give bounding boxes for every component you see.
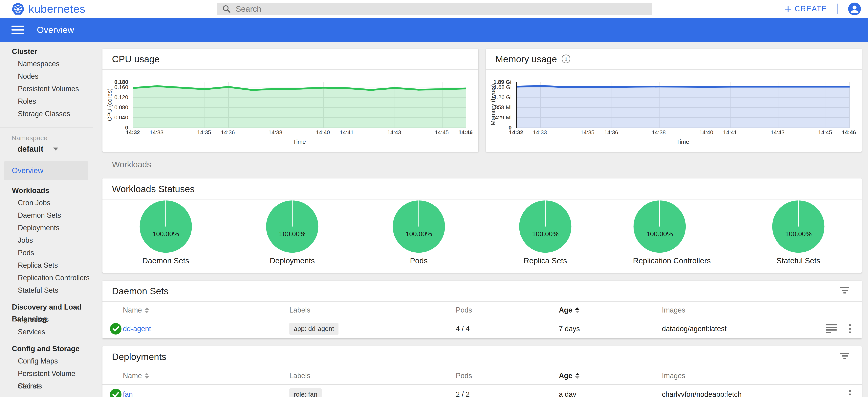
pie-replica-sets: 100.00% Replica Sets: [519, 200, 572, 265]
sidebar-item-stateful-sets[interactable]: Stateful Sets: [0, 284, 93, 296]
column-header-pods: Pods: [456, 372, 559, 380]
cpu-usage-card: CPU usage CPU (cores) 00.0400.0800.1200.…: [102, 49, 478, 152]
sidebar-item-persistent-volume-claims[interactable]: Persistent Volume Claims: [0, 367, 93, 380]
user-avatar-button[interactable]: [848, 3, 861, 15]
info-icon[interactable]: i: [562, 55, 570, 63]
chevron-down-icon: [53, 147, 58, 150]
sort-arrows-icon[interactable]: [575, 307, 580, 313]
row-menu-icon[interactable]: [848, 389, 852, 397]
workloads-section-label: Workloads: [102, 160, 862, 170]
sidebar-item-jobs[interactable]: Jobs: [0, 234, 93, 247]
daemon-sets-card: Daemon Sets Name Labels Pods Age Images: [102, 281, 862, 338]
images-cell: datadog/agent:latest: [662, 324, 800, 333]
filter-icon[interactable]: [840, 353, 849, 361]
table-row: fan role: fan 2 / 2 a day charlyyfon/nod…: [102, 385, 862, 397]
status-ok-icon: [110, 389, 122, 397]
age-cell: 7 days: [559, 324, 662, 333]
memory-usage-title: Memory usage: [495, 54, 557, 64]
sidebar-item-namespaces[interactable]: Namespaces: [0, 57, 93, 70]
kubernetes-helm-icon: [11, 2, 25, 16]
brand-name: kubernetes: [29, 2, 85, 15]
pie-deployments: 100.00% Deployments: [266, 200, 319, 265]
search-input[interactable]: [236, 4, 612, 14]
sidebar-header-discovery: Discovery and Load Balancing: [0, 301, 93, 313]
cpu-usage-chart: CPU (cores) 00.0400.0800.1200.1600.180 1…: [102, 69, 478, 151]
column-header-images: Images: [662, 372, 862, 380]
sidebar-divider: [0, 127, 93, 128]
column-header-age[interactable]: Age: [559, 372, 662, 380]
cpu-usage-title: CPU usage: [112, 54, 159, 64]
namespace-label: Namespace: [0, 134, 93, 142]
daemon-set-link[interactable]: dd-agent: [123, 324, 151, 333]
account-circle-icon: [848, 3, 861, 15]
deployments-table-header: Name Labels Pods Age Images: [102, 367, 862, 385]
daemon-sets-table-header: Name Labels Pods Age Images: [102, 302, 862, 319]
memory-usage-card: Memory usage i Memory (bytes) 0429 Mi858…: [486, 49, 862, 152]
label-chip: app: dd-agent: [289, 323, 339, 335]
sidebar-item-pods[interactable]: Pods: [0, 247, 93, 259]
page-title: Overview: [37, 25, 74, 35]
filter-icon[interactable]: [840, 287, 849, 295]
column-header-labels: Labels: [289, 306, 456, 314]
sidebar-item-overview[interactable]: Overview: [4, 161, 88, 180]
page-toolbar: Overview: [0, 18, 868, 42]
topbar-divider: [837, 4, 838, 14]
pie-replication-controllers: 100.00% Replication Controllers: [633, 200, 711, 265]
images-cell: charlyyfon/nodeapp:fetch: [662, 390, 800, 397]
column-header-images: Images: [662, 306, 862, 314]
deployments-title: Deployments: [112, 351, 166, 362]
search-icon: [222, 5, 231, 13]
sidebar-item-persistent-volumes[interactable]: Persistent Volumes: [0, 83, 93, 95]
search-bar[interactable]: [217, 3, 652, 15]
top-app-bar: kubernetes + CREATE: [0, 0, 868, 18]
pods-cell: 2 / 2: [456, 390, 559, 397]
plus-icon: +: [785, 3, 792, 15]
sidebar-item-nodes[interactable]: Nodes: [0, 70, 93, 83]
sidebar-item-config-maps[interactable]: Config Maps: [0, 355, 93, 367]
kubernetes-logo[interactable]: kubernetes: [11, 2, 85, 16]
deployment-link[interactable]: fan: [123, 390, 133, 397]
logs-icon[interactable]: [826, 324, 837, 333]
row-menu-icon[interactable]: [848, 323, 852, 335]
pie-stateful-sets: 100.00% Stateful Sets: [772, 200, 825, 265]
sort-arrows-icon[interactable]: [145, 373, 149, 379]
sort-arrows-icon[interactable]: [575, 373, 580, 379]
sidebar-item-daemon-sets[interactable]: Daemon Sets: [0, 209, 93, 222]
column-header-age[interactable]: Age: [559, 306, 662, 314]
create-button[interactable]: + CREATE: [785, 3, 827, 15]
workloads-statuses-title: Workloads Statuses: [112, 183, 195, 194]
cpu-x-axis-label: Time: [133, 138, 466, 145]
column-header-name[interactable]: Name: [102, 372, 289, 380]
workloads-statuses-card: Workloads Statuses 100.00% Daemon Sets 1…: [102, 178, 862, 273]
label-chip: role: fan: [289, 388, 322, 397]
sidebar-header-config-storage: Config and Storage: [0, 343, 93, 355]
sidebar-nav: Cluster Namespaces Nodes Persistent Volu…: [0, 42, 93, 392]
column-header-labels: Labels: [289, 372, 456, 380]
status-ok-icon: [110, 323, 122, 335]
sidebar-item-cron-jobs[interactable]: Cron Jobs: [0, 197, 93, 209]
sidebar-item-secrets[interactable]: Secrets: [0, 380, 93, 392]
deployments-card: Deployments Name Labels Pods Age Images: [102, 346, 862, 397]
sidebar-header-workloads: Workloads: [0, 185, 93, 197]
sidebar-item-replication-controllers[interactable]: Replication Controllers: [0, 272, 93, 284]
cpu-chart-plot: [133, 82, 466, 128]
sidebar-item-services[interactable]: Services: [0, 325, 93, 338]
column-header-pods: Pods: [456, 306, 559, 314]
memory-usage-chart: Memory (bytes) 0429 Mi858 Mi1.26 Gi1.68 …: [486, 69, 862, 151]
daemon-sets-title: Daemon Sets: [112, 286, 168, 296]
sidebar-header-cluster: Cluster: [0, 46, 93, 57]
menu-hamburger-icon[interactable]: [11, 26, 24, 34]
pie-pods: 100.00% Pods: [392, 200, 445, 265]
memory-chart-plot: [516, 82, 849, 128]
sidebar-item-roles[interactable]: Roles: [0, 95, 93, 108]
table-row: dd-agent app: dd-agent 4 / 4 7 days data…: [102, 319, 862, 338]
sort-arrows-icon[interactable]: [145, 307, 149, 313]
sidebar-item-replica-sets[interactable]: Replica Sets: [0, 259, 93, 272]
sidebar-item-storage-classes[interactable]: Storage Classes: [0, 108, 93, 120]
memory-x-axis-label: Time: [516, 138, 849, 145]
age-cell: a day: [559, 390, 662, 397]
sidebar-item-deployments[interactable]: Deployments: [0, 222, 93, 234]
column-header-name[interactable]: Name: [102, 306, 289, 314]
pods-cell: 4 / 4: [456, 324, 559, 333]
namespace-select[interactable]: default: [18, 145, 59, 157]
